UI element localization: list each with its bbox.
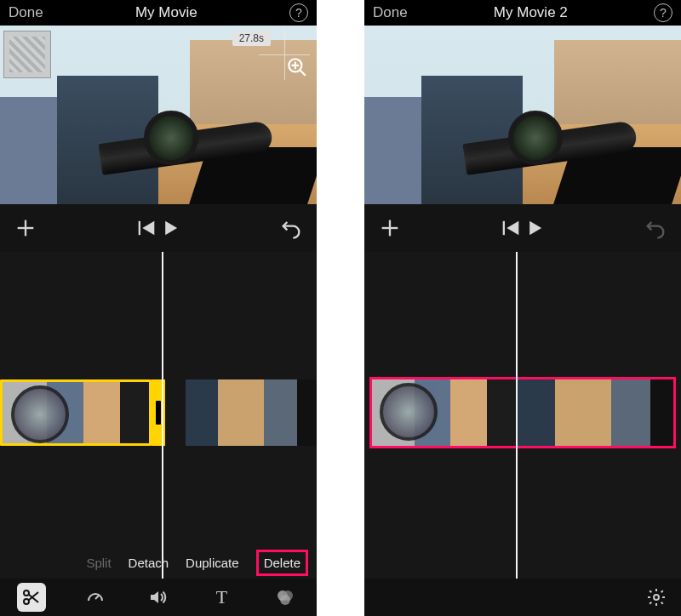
add-media-button[interactable]	[14, 216, 37, 240]
video-preview[interactable]	[364, 26, 681, 204]
svg-marker-14	[151, 591, 158, 603]
delete-button[interactable]: Delete	[256, 550, 308, 576]
text-tool-icon[interactable]: T	[207, 583, 236, 612]
done-button[interactable]: Done	[9, 4, 43, 21]
detach-button[interactable]: Detach	[129, 556, 169, 570]
help-button[interactable]: ?	[289, 3, 308, 22]
imovie-screen-left: Done My Movie ? 27.8s	[0, 0, 317, 616]
undo-button	[644, 216, 667, 240]
transport-controls	[364, 204, 681, 252]
skip-start-button[interactable]	[134, 216, 158, 240]
clip-time-badge: 27.8s	[232, 31, 271, 46]
edit-toolbar: T	[0, 579, 317, 616]
transport-controls	[0, 204, 317, 252]
imovie-screen-right: Done My Movie 2 ?	[364, 0, 681, 616]
svg-point-17	[280, 595, 290, 605]
svg-rect-20	[503, 221, 505, 235]
scissors-icon[interactable]	[17, 583, 46, 612]
clip-second[interactable]	[516, 379, 674, 446]
timeline-track	[364, 379, 681, 446]
zoom-icon[interactable]	[286, 56, 308, 78]
preview-weapon	[434, 100, 681, 204]
clip-second[interactable]	[186, 379, 317, 446]
svg-marker-22	[529, 221, 541, 235]
done-button[interactable]: Done	[373, 4, 408, 21]
filters-icon[interactable]	[271, 583, 300, 612]
help-button[interactable]: ?	[654, 3, 672, 22]
clip-action-row: Split Detach Duplicate Delete	[0, 548, 317, 577]
svg-line-13	[95, 596, 99, 599]
svg-rect-6	[139, 221, 140, 235]
play-button[interactable]	[158, 216, 182, 240]
split-button[interactable]: Split	[86, 556, 111, 570]
svg-marker-7	[142, 221, 154, 235]
timeline[interactable]: Split Detach Duplicate Delete T	[0, 252, 317, 616]
preview-weapon	[70, 100, 317, 204]
svg-line-1	[300, 70, 306, 76]
clip-first[interactable]	[371, 379, 516, 446]
topbar: Done My Movie ?	[0, 0, 317, 26]
project-title: My Movie	[43, 4, 289, 21]
clip-selected[interactable]	[0, 379, 152, 446]
duplicate-button[interactable]: Duplicate	[186, 556, 239, 570]
preview-wall	[0, 97, 57, 204]
edit-toolbar	[364, 579, 681, 616]
skip-start-button[interactable]	[499, 216, 523, 240]
timeline[interactable]	[364, 252, 681, 616]
svg-marker-8	[165, 221, 177, 235]
preview-wall	[364, 97, 421, 204]
undo-button[interactable]	[279, 216, 303, 240]
play-button[interactable]	[523, 216, 547, 240]
volume-icon[interactable]	[144, 583, 173, 612]
topbar: Done My Movie 2 ?	[364, 0, 681, 26]
project-title: My Movie 2	[408, 4, 654, 21]
timeline-track	[0, 379, 317, 446]
minimap-icon	[3, 31, 51, 78]
video-preview[interactable]: 27.8s	[0, 26, 317, 204]
speedometer-icon[interactable]	[81, 583, 110, 612]
add-media-button[interactable]	[378, 216, 402, 240]
gear-icon[interactable]	[642, 583, 671, 612]
svg-point-23	[654, 595, 659, 600]
svg-marker-21	[506, 221, 518, 235]
playhead[interactable]	[516, 252, 518, 616]
